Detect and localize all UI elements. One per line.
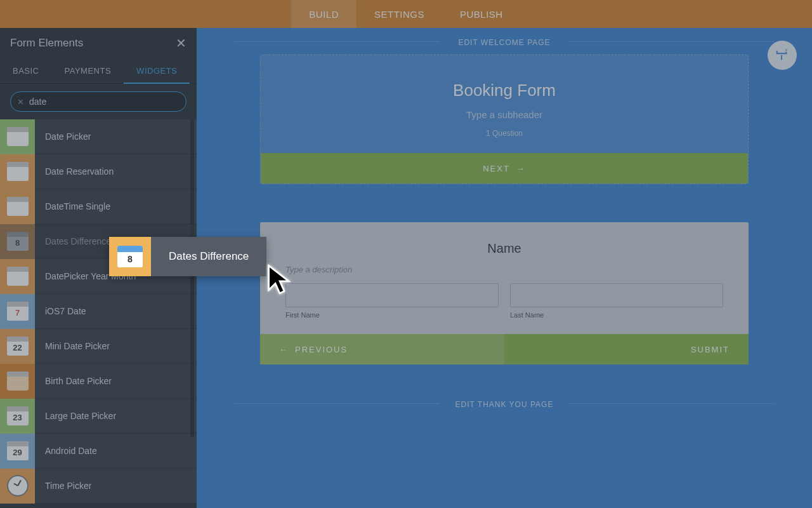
list-item-date-picker[interactable]: Date Picker: [0, 119, 197, 154]
search-input[interactable]: [29, 97, 180, 107]
tab-settings[interactable]: SETTINGS: [357, 0, 442, 28]
element-tabs: BASIC PAYMENTS WIDGETS: [0, 58, 197, 84]
question-title[interactable]: Name: [285, 241, 723, 256]
element-list[interactable]: Date Picker Date Reservation DateTime Si…: [0, 119, 197, 508]
calendar-icon: [0, 154, 35, 189]
calendar-icon: 8: [109, 237, 151, 276]
list-item-time-picker[interactable]: Time Picker: [0, 469, 197, 504]
list-item-label: Dates Difference: [35, 236, 111, 246]
list-item-label: Android Date: [35, 446, 97, 456]
list-item-mini-date-picker[interactable]: 22 Mini Date Picker: [0, 329, 197, 364]
calendar-icon: 7: [0, 294, 35, 329]
last-name-label: Last Name: [510, 311, 723, 319]
last-name-input[interactable]: [510, 283, 723, 307]
list-item-label: Time Picker: [35, 481, 91, 491]
arrow-right-icon: →: [516, 164, 526, 173]
list-item-android-date[interactable]: 29 Android Date: [0, 434, 197, 469]
close-icon[interactable]: ✕: [176, 36, 187, 51]
list-item-large-date-picker[interactable]: 23 Large Date Picker: [0, 399, 197, 434]
calendar-clock-icon: [0, 189, 35, 224]
welcome-card[interactable]: Booking Form Type a subheader 1 Question…: [260, 55, 749, 184]
first-name-input[interactable]: [285, 283, 499, 307]
edit-welcome-label[interactable]: EDIT WELCOME PAGE: [235, 28, 774, 55]
first-name-label: First Name: [285, 311, 499, 319]
form-subheader[interactable]: Type a subheader: [273, 109, 735, 120]
list-item-label: Birth Date Picker: [35, 376, 112, 386]
previous-label: PREVIOUS: [295, 345, 348, 354]
panel-title: Form Elements: [10, 37, 83, 50]
calendar-icon: 23: [0, 399, 35, 434]
list-item-label: Large Date Picker: [35, 411, 116, 421]
question-description[interactable]: Type a description: [285, 265, 723, 274]
search-box[interactable]: ✕: [10, 91, 187, 112]
list-item-label: Date Reservation: [35, 166, 114, 177]
clock-icon: [0, 469, 35, 504]
form-canvas: EDIT WELCOME PAGE Booking Form Type a su…: [197, 28, 812, 508]
tab-payments[interactable]: PAYMENTS: [52, 58, 124, 83]
previous-button[interactable]: ← PREVIOUS: [260, 334, 504, 364]
submit-button[interactable]: SUBMIT: [504, 334, 749, 364]
submit-label: SUBMIT: [691, 345, 730, 354]
cake-icon: [0, 364, 35, 399]
arrow-left-icon: ←: [279, 345, 289, 354]
calendar-icon: 8: [0, 224, 35, 259]
list-item-label: iOS7 Date: [35, 306, 86, 316]
calendar-icon: 29: [0, 434, 35, 469]
tab-widgets[interactable]: WIDGETS: [124, 58, 190, 83]
list-item-label: Date Picker: [35, 131, 91, 142]
calendar-icon: [0, 119, 35, 154]
top-nav: BUILD SETTINGS PUBLISH: [0, 0, 812, 28]
list-item-datetime-single[interactable]: DateTime Single: [0, 189, 197, 224]
scrollbar[interactable]: [190, 119, 194, 437]
drag-preview[interactable]: 8 Dates Difference: [109, 237, 266, 276]
tab-basic[interactable]: BASIC: [0, 58, 52, 83]
clear-search-icon[interactable]: ✕: [17, 97, 24, 107]
list-item-birth-date-picker[interactable]: Birth Date Picker: [0, 364, 197, 399]
calendar-icon: 22: [0, 329, 35, 364]
paint-roller-icon: [775, 48, 789, 62]
name-question-card[interactable]: Name Type a description First Name Last …: [260, 222, 749, 364]
tab-build[interactable]: BUILD: [291, 0, 357, 28]
next-button[interactable]: NEXT →: [261, 153, 748, 184]
tab-publish[interactable]: PUBLISH: [442, 0, 521, 28]
edit-thank-you-label[interactable]: EDIT THANK YOU PAGE: [235, 390, 774, 417]
question-count: 1 Question: [273, 129, 735, 138]
next-label: NEXT: [483, 164, 510, 173]
list-item-label: Mini Date Picker: [35, 341, 110, 351]
form-title[interactable]: Booking Form: [273, 81, 735, 100]
drag-label: Dates Difference: [151, 250, 266, 263]
list-item-ios7-date[interactable]: 7 iOS7 Date: [0, 294, 197, 329]
list-item-label: DateTime Single: [35, 201, 110, 211]
calendar-icon: [0, 259, 35, 294]
list-item-date-reservation[interactable]: Date Reservation: [0, 154, 197, 189]
